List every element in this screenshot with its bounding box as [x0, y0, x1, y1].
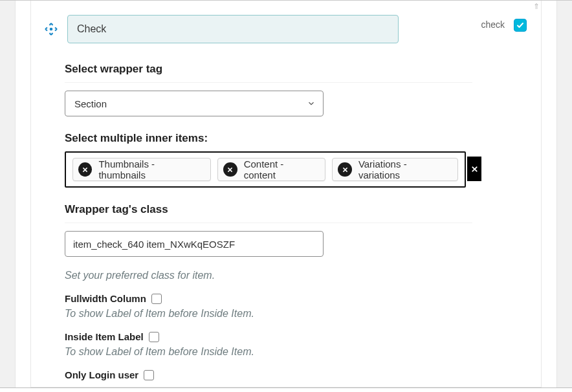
fullwidth-column-checkbox[interactable]: [151, 294, 162, 304]
outer-rail-left: [0, 1, 16, 387]
card-content: Select wrapper tag Section Select multip…: [45, 43, 472, 380]
collapse-icon[interactable]: ⇑: [533, 2, 537, 11]
only-login-user-label: Only Login user: [65, 369, 138, 380]
close-icon: [227, 167, 233, 173]
only-login-user-checkbox[interactable]: [144, 370, 154, 380]
chip-remove-button[interactable]: [223, 162, 237, 177]
wrapper-class-hint: Set your preferred class for item.: [65, 270, 472, 281]
inside-item-label-hint: To show Label of Item before Inside Item…: [65, 346, 472, 358]
clear-all-button[interactable]: [467, 157, 481, 181]
move-handle[interactable]: [41, 21, 61, 37]
svg-point-0: [50, 28, 53, 31]
wrapper-tag-label: Select wrapper tag: [65, 63, 472, 83]
inside-item-label-label: Inside Item Label: [65, 331, 144, 342]
header-right-label: check: [481, 19, 505, 30]
inner-item-chip: Thumbnails - thumbnails: [72, 158, 211, 181]
wrapper-tag-select[interactable]: Section: [65, 91, 324, 116]
check-icon: [516, 21, 524, 29]
inner-items-multiselect[interactable]: Thumbnails - thumbnails Content - conten…: [65, 151, 466, 188]
inner-item-chip: Variations - variations: [332, 158, 458, 181]
header-enabled-checkbox[interactable]: [514, 19, 527, 32]
inside-item-label-checkbox[interactable]: [149, 332, 159, 342]
wrapper-class-label: Wrapper tag's class: [65, 203, 472, 223]
close-icon: [471, 166, 478, 173]
close-icon: [82, 167, 88, 173]
page-outer: ⇑ check Select wr: [0, 0, 572, 388]
chip-label: Thumbnails - thumbnails: [98, 158, 201, 180]
chip-remove-button[interactable]: [338, 162, 351, 177]
card-header-row: check: [45, 7, 527, 43]
inner-items-label: Select multiple inner items:: [65, 132, 472, 145]
chip-label: Content - content: [244, 158, 316, 180]
chip-label: Variations - variations: [358, 158, 448, 180]
move-icon: [43, 21, 59, 37]
wrapper-class-input[interactable]: [65, 231, 324, 257]
outer-rail-right: [556, 1, 572, 387]
fullwidth-column-label: Fullwidth Column: [65, 293, 146, 304]
fullwidth-column-hint: To show Label of Item before Inside Item…: [65, 308, 472, 320]
chip-remove-button[interactable]: [78, 162, 92, 177]
inner-item-chip: Content - content: [217, 158, 325, 181]
item-title-input[interactable]: [67, 15, 399, 43]
close-icon: [342, 167, 348, 173]
settings-card: ⇑ check Select wr: [30, 1, 542, 387]
